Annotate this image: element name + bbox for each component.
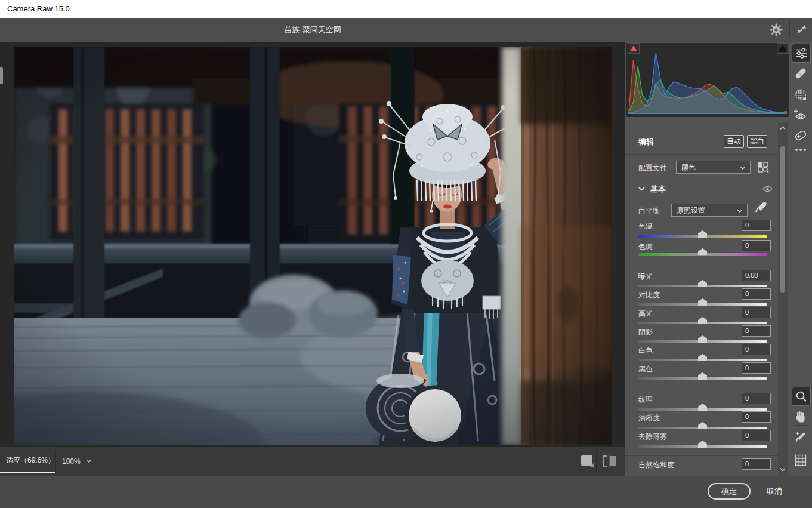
edit-tool-icon[interactable] (792, 44, 811, 63)
browse-profiles-icon[interactable] (758, 162, 769, 173)
header-bar: 苗族-聚问天空网 (0, 18, 812, 42)
histogram[interactable] (626, 43, 789, 117)
document-title: 苗族-聚问天空网 (0, 18, 625, 42)
scroll-up-icon (780, 126, 786, 130)
dialog-footer: 确定 取消 (0, 476, 812, 508)
slider-value-contrast[interactable]: 0 (742, 288, 771, 300)
slider-label-temp: 色温 (638, 221, 653, 232)
white-balance-eyedropper-icon[interactable] (755, 201, 767, 213)
zoom-level-chevron-icon[interactable] (85, 458, 92, 463)
presets-tool-icon[interactable] (792, 127, 810, 144)
slider-thumb-tint[interactable] (698, 248, 707, 255)
fullscreen-expand-icon[interactable] (796, 23, 808, 35)
slider-label-dehaze: 去除薄雾 (638, 432, 667, 442)
slider-value-highlights[interactable]: 0 (742, 307, 771, 318)
window-title: Camera Raw 15.0 (7, 0, 70, 18)
healing-brush-icon[interactable] (792, 64, 810, 82)
window-titlebar: Camera Raw 15.0 (0, 0, 812, 18)
slider-thumb-shadows[interactable] (698, 335, 707, 343)
scroll-down-icon (780, 467, 786, 472)
preview-mode-icon[interactable] (581, 455, 594, 467)
slider-value-vibrance[interactable]: 0 (742, 458, 771, 470)
slider-thumb-highlights[interactable] (698, 317, 707, 324)
slider-thumb-contrast[interactable] (698, 298, 707, 306)
slider-thumb-texture[interactable] (698, 404, 707, 411)
camera-raw-dialog: Camera Raw 15.0 苗族-聚问天空网 (0, 0, 812, 508)
slider-label-vibrance: 自然饱和度 (638, 460, 674, 470)
white-balance-dropdown[interactable]: 原照设置 (671, 204, 748, 217)
slider-value-dehaze[interactable]: 0 (742, 430, 771, 441)
basic-section-chevron-icon[interactable] (638, 187, 645, 191)
profile-label: 配置文件 (638, 163, 667, 173)
zoom-bar: 适应（69.6%） 100% (0, 447, 625, 476)
slider-thumb-clarity[interactable] (698, 422, 707, 429)
slider-label-contrast: 对比度 (638, 290, 660, 300)
tool-column (789, 42, 812, 476)
cancel-button[interactable]: 取消 (767, 483, 782, 500)
panel-scrollbar[interactable] (778, 122, 788, 476)
auto-button[interactable]: 自动 (724, 135, 744, 148)
basic-section-title[interactable]: 基本 (650, 184, 666, 195)
color-sampler-tool-icon[interactable] (792, 428, 810, 446)
slider-label-whites: 白色 (638, 346, 653, 356)
slider-value-texture[interactable]: 0 (742, 393, 771, 404)
basic-visibility-eye-icon[interactable] (762, 186, 773, 192)
profile-dropdown[interactable]: 颜色 (676, 161, 751, 174)
settings-gear-icon[interactable] (770, 23, 783, 36)
photo-preview[interactable] (14, 47, 612, 445)
slider-label-texture: 纹理 (638, 395, 653, 405)
highlight-clipping-indicator[interactable] (777, 43, 789, 54)
slider-value-blacks[interactable]: 0 (742, 362, 771, 374)
slider-value-temp[interactable]: 0 (742, 220, 771, 231)
zoom-level-value[interactable]: 100% (62, 447, 81, 476)
edit-title: 编辑 (638, 137, 654, 147)
black-white-button[interactable]: 黑白 (747, 135, 767, 148)
slider-label-exposure: 曝光 (638, 272, 653, 282)
slider-thumb-dehaze[interactable] (698, 441, 707, 448)
slider-thumb-whites[interactable] (698, 354, 707, 361)
slider-value-exposure[interactable]: 0.00 (742, 270, 771, 281)
slider-value-shadows[interactable]: 0 (742, 325, 771, 337)
slider-value-clarity[interactable]: 0 (742, 411, 771, 423)
red-eye-tool-icon[interactable] (792, 106, 810, 124)
fit-tab-underline (0, 472, 55, 473)
slider-label-clarity: 清晰度 (638, 413, 660, 423)
fit-zoom-tab[interactable]: 适应（69.6%） (0, 447, 55, 476)
shadow-clipping-indicator[interactable] (628, 43, 640, 54)
more-tools-icon[interactable] (792, 144, 810, 155)
hand-tool-icon[interactable] (792, 408, 810, 426)
slider-label-blacks: 黑色 (638, 364, 653, 374)
edit-panel: 编辑 自动 黑白 配置文件 颜色 (625, 122, 778, 476)
histogram-curve-blue (629, 53, 786, 113)
slider-value-tint[interactable]: 0 (742, 240, 771, 251)
image-preview-area (0, 42, 625, 447)
ok-button[interactable]: 确定 (708, 483, 751, 500)
slider-label-tint: 色调 (638, 242, 653, 252)
white-balance-label: 白平衡 (638, 206, 660, 216)
slider-label-shadows: 阴影 (638, 327, 653, 337)
slider-thumb-exposure[interactable] (698, 280, 707, 287)
zoom-tool-icon[interactable] (792, 387, 811, 406)
scrollbar-thumb[interactable] (780, 146, 785, 293)
right-panel: 编辑 自动 黑白 配置文件 颜色 (625, 42, 812, 476)
masking-tool-icon[interactable] (792, 85, 810, 103)
left-edge-handle[interactable] (0, 67, 3, 84)
header-divider (789, 21, 790, 38)
slider-label-highlights: 高光 (638, 309, 653, 319)
slider-thumb-temp[interactable] (698, 230, 707, 238)
grid-overlay-icon[interactable] (792, 451, 810, 469)
slider-value-whites[interactable]: 0 (742, 344, 771, 355)
before-after-view-icon[interactable] (602, 455, 618, 467)
slider-thumb-blacks[interactable] (698, 372, 707, 380)
